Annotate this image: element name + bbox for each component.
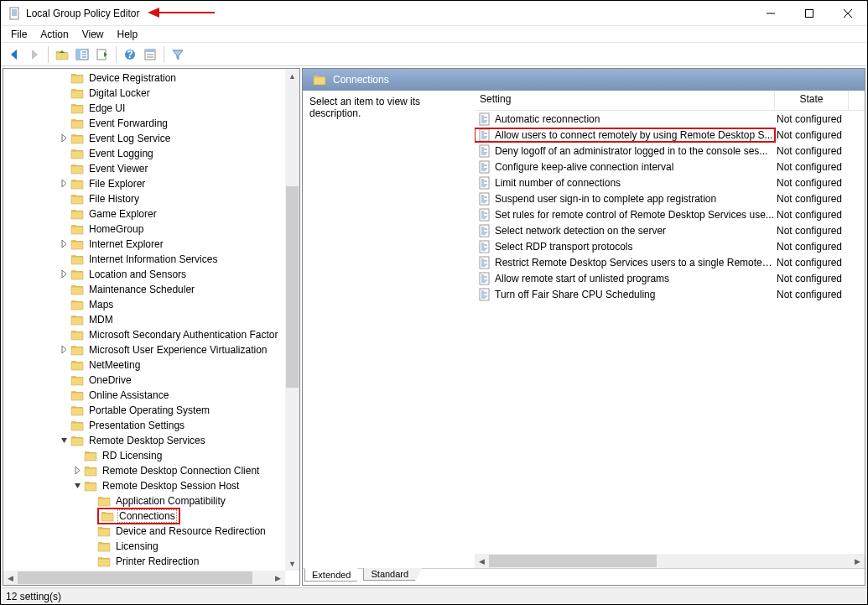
tree-node-label: File Explorer [87,178,147,190]
expand-icon[interactable] [70,467,84,476]
list-row[interactable]: Configure keep-alive connection interval… [475,159,865,175]
minimize-button[interactable] [751,1,790,26]
tree-node[interactable]: Event Viewer [3,161,285,176]
tree-node[interactable]: OneDrive [3,373,285,388]
tree-node[interactable]: File Explorer [3,176,285,191]
list-row-setting: Select RDP transport protocols [495,241,633,253]
export-list-button[interactable] [92,44,112,65]
close-button[interactable] [829,1,867,26]
tree-node[interactable]: Licensing [3,539,285,554]
list-horizontal-scrollbar[interactable]: ◀ ▶ [475,554,865,568]
forward-button[interactable] [24,44,44,65]
expand-icon[interactable] [57,240,70,249]
tree-node[interactable]: Event Forwarding [3,116,285,131]
tab-extended[interactable]: Extended [304,568,358,582]
up-button[interactable] [52,44,72,65]
properties-button[interactable] [140,44,160,65]
back-button[interactable] [4,44,24,65]
tree-node[interactable]: Online Assistance [3,388,285,403]
tree-node[interactable]: Maps [3,297,285,312]
list-row-state: Not configured [775,193,849,205]
tree-node-label: Remote Desktop Connection Client [101,465,261,477]
tree-node[interactable]: Portable Operating System [3,403,285,418]
tree-node[interactable]: HomeGroup [3,222,285,237]
expand-icon[interactable] [57,346,70,355]
folder-icon [70,434,84,447]
list-row[interactable]: Select RDP transport protocolsNot config… [475,238,865,254]
menu-file[interactable]: File [4,28,34,41]
list-row-state: Not configured [775,113,849,125]
policy-item-icon [478,224,491,237]
column-header-setting[interactable]: Setting [475,91,775,110]
navigation-tree[interactable]: Device RegistrationDigital LockerEdge UI… [3,69,285,571]
expand-icon[interactable] [57,134,70,143]
tree-node[interactable]: Maintenance Scheduler [3,282,285,297]
tree-node[interactable]: Location and Sensors [3,267,285,282]
menu-help[interactable]: Help [111,28,145,41]
list-row[interactable]: Allow users to connect remotely by using… [475,127,865,143]
tree-node[interactable]: Microsoft Secondary Authentication Facto… [3,327,285,342]
list-row[interactable]: Restrict Remote Desktop Services users t… [475,254,865,270]
tree-node[interactable]: Event Logging [3,146,285,161]
tree-node[interactable]: Edge UI [3,101,285,116]
folder-icon [313,73,326,86]
svg-marker-28 [62,134,66,142]
list-row-state: Not configured [775,161,849,173]
collapse-icon[interactable] [57,436,70,446]
folder-icon [70,71,84,85]
settings-list[interactable]: Automatic reconnectionNot configuredAllo… [475,111,865,568]
list-row[interactable]: Automatic reconnectionNot configured [475,111,865,127]
tree-node[interactable]: Event Log Service [3,131,285,146]
list-row[interactable]: Deny logoff of an administrator logged i… [475,143,865,159]
list-row[interactable]: Set rules for remote control of Remote D… [475,206,865,222]
folder-icon [70,358,84,372]
list-row[interactable]: Suspend user sign-in to complete app reg… [475,190,865,206]
tree-node[interactable]: Remote Desktop Connection Client [3,463,285,478]
tree-node[interactable]: Game Explorer [3,206,285,222]
tree-node[interactable]: Remote Desktop Services [3,433,285,448]
tree-node[interactable]: Connections [3,509,285,524]
filter-button[interactable] [168,44,188,65]
svg-rect-78 [480,225,489,237]
menu-view[interactable]: View [75,28,111,41]
list-row-setting: Set rules for remote control of Remote D… [495,209,774,221]
folder-icon [84,464,97,477]
tree-node[interactable]: Internet Explorer [3,237,285,252]
list-header: Setting State [475,91,865,111]
status-text: 12 setting(s) [6,591,61,602]
folder-icon [97,555,111,568]
tree-node[interactable]: Device and Resource Redirection [3,524,285,539]
tree-node[interactable]: RD Licensing [3,448,285,463]
tree-node-label: Portable Operating System [87,404,211,416]
column-header-state[interactable]: State [775,91,849,110]
menu-action[interactable]: Action [34,28,75,41]
show-hide-tree-button[interactable] [72,44,92,65]
tree-node[interactable]: File History [3,191,285,206]
tree-node[interactable]: NetMeeting [3,357,285,373]
list-row[interactable]: Limit number of connectionsNot configure… [475,175,865,190]
tab-standard[interactable]: Standard [363,568,416,581]
tree-horizontal-scrollbar[interactable]: ◀ ▶ [3,571,285,585]
maximize-button[interactable] [790,1,829,26]
tree-node[interactable]: Internet Information Services [3,252,285,267]
tree-vertical-scrollbar[interactable]: ▲ ▼ [285,69,299,571]
folder-icon [70,192,84,206]
collapse-icon[interactable] [70,482,84,491]
expand-icon[interactable] [57,180,70,189]
tree-node[interactable]: Presentation Settings [3,418,285,433]
tree-node[interactable]: Device Registration [3,70,285,86]
tree-node[interactable]: Digital Locker [3,86,285,101]
list-row-state: Not configured [775,289,849,300]
tree-node[interactable]: Microsoft User Experience Virtualization [3,342,285,357]
list-row[interactable]: Turn off Fair Share CPU SchedulingNot co… [475,286,865,302]
tree-node[interactable]: Remote Desktop Session Host [3,478,285,493]
tree-node[interactable]: Printer Redirection [3,554,285,569]
help-button[interactable]: ? [120,44,140,65]
expand-icon[interactable] [57,270,70,279]
list-row[interactable]: Select network detection on the serverNo… [475,222,865,238]
tree-node[interactable]: MDM [3,312,285,327]
folder-icon [70,132,84,145]
tree-node[interactable]: Application Compatibility [3,493,285,509]
details-tabs: Extended Standard [303,568,865,585]
list-row[interactable]: Allow remote start of unlisted programsN… [475,270,865,286]
